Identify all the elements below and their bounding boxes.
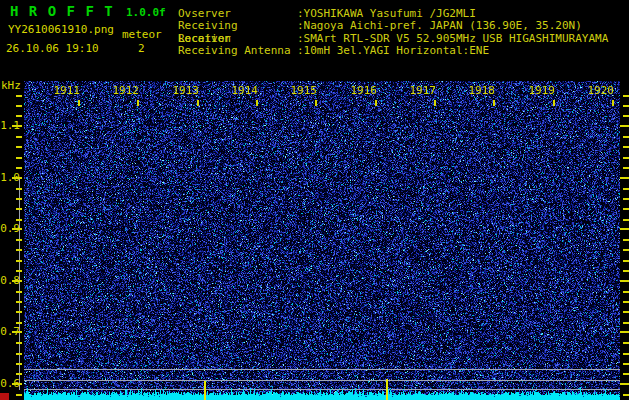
freq-minor-tick-right [623,270,629,272]
freq-minor-tick-right [623,342,629,344]
freq-minor-tick-right [623,249,629,251]
freq-tick-label: 0.9 [0,222,20,235]
time-tick [612,100,614,106]
observation-datetime: 26.10.06 19:10 [6,42,99,55]
freq-minor-tick-left [16,115,22,117]
freq-minor-tick-right [623,322,629,324]
freq-minor-tick-left [16,394,22,396]
freq-minor-tick-right [623,95,629,97]
level-marker-red-block [0,393,9,400]
freq-minor-tick-left [16,188,22,190]
time-tick [197,100,199,106]
time-tick [493,100,495,106]
freq-minor-tick-right [623,198,629,200]
time-tick [553,100,555,106]
freq-minor-tick-right [623,301,629,303]
freq-minor-tick-left [16,260,22,262]
freq-minor-tick-right [623,291,629,293]
freq-minor-tick-left [16,373,22,375]
freq-minor-tick-left [16,167,22,169]
time-tick-label: 1916 [330,84,377,97]
freq-minor-tick-right [623,311,629,313]
freq-minor-tick-right [623,353,629,355]
freq-minor-tick-right [623,260,629,262]
freq-minor-tick-left [16,353,22,355]
hrofft-window: { "header": { "app_title": "H R O F F T"… [0,0,629,400]
freq-minor-tick-right [623,219,629,221]
time-tick [315,100,317,106]
time-tick-label: 1914 [211,84,258,97]
info-label: Receiving Antenna [178,44,297,57]
time-tick [434,100,436,106]
freq-minor-tick-right [623,146,629,148]
freq-minor-tick-right [623,208,629,210]
freq-axis-unit-label: kHz [1,79,21,92]
info-label: Receiver [178,32,297,45]
info-value: :YOSHIKAWA Yasufumi /JG2MLI [297,7,476,20]
time-tick-label: 1913 [152,84,199,97]
freq-major-tick-right [620,125,629,127]
freq-minor-tick-right [623,188,629,190]
time-tick-label: 1919 [508,84,555,97]
freq-minor-tick-left [16,146,22,148]
freq-major-tick-right [620,228,629,230]
freq-minor-tick-left [16,291,22,293]
time-tick [256,100,258,106]
info-row: Ovserver:YOSHIKAWA Yasufumi /JG2MLI [178,7,476,20]
freq-minor-tick-right [623,373,629,375]
info-value: :10mH 3el.YAGI Horizontal:ENE [297,44,489,57]
freq-tick-label: 0.6 [0,377,20,390]
freq-minor-tick-left [16,322,22,324]
freq-minor-tick-left [16,239,22,241]
time-tick-label: 1911 [33,84,80,97]
freq-minor-tick-left [16,301,22,303]
freq-minor-tick-left [16,208,22,210]
freq-minor-tick-left [16,342,22,344]
observation-mode: meteor [122,28,162,41]
freq-minor-tick-right [623,105,629,107]
info-row: Receiving Antenna:10mH 3el.YAGI Horizont… [178,44,489,57]
freq-tick-label: 0.8 [0,274,20,287]
time-tick-label: 1912 [92,84,139,97]
freq-minor-tick-left [16,311,22,313]
freq-minor-tick-left [16,198,22,200]
freq-tick-label: 0.7 [0,325,20,338]
freq-tick-label: 1.0 [0,171,20,184]
freq-minor-tick-left [16,157,22,159]
app-version: 1.0.0f [126,6,166,19]
time-tick [78,100,80,106]
time-tick-label: 1918 [448,84,495,97]
freq-minor-tick-left [16,249,22,251]
freq-minor-tick-right [623,394,629,396]
freq-tick-label: 1.1 [0,119,20,132]
time-tick-label: 1920 [567,84,614,97]
freq-minor-tick-right [623,115,629,117]
info-value: :SMArt RTL-SDR V5 52.905MHz USB HIGASHIM… [297,32,608,45]
freq-minor-tick-right [623,167,629,169]
freq-minor-tick-right [623,239,629,241]
info-label: Ovserver [178,7,297,20]
freq-minor-tick-left [16,136,22,138]
freq-minor-tick-left [16,270,22,272]
freq-minor-tick-right [623,157,629,159]
app-title: H R O F F T [10,3,114,19]
spectrogram-canvas [24,81,620,400]
freq-major-tick-right [620,383,629,385]
info-row: Receiver:SMArt RTL-SDR V5 52.905MHz USB … [178,32,608,45]
freq-major-tick-right [620,177,629,179]
freq-minor-tick-left [16,95,22,97]
freq-minor-tick-right [623,136,629,138]
freq-minor-tick-right [623,363,629,365]
freq-minor-tick-left [16,363,22,365]
freq-major-tick-right [620,331,629,333]
freq-minor-tick-left [16,105,22,107]
time-tick-label: 1917 [389,84,436,97]
output-filename: YY2610061910.png [8,23,114,36]
meteor-count: 2 [138,42,145,55]
time-tick-label: 1915 [270,84,317,97]
time-tick [137,100,139,106]
time-tick [375,100,377,106]
freq-minor-tick-left [16,219,22,221]
freq-major-tick-right [620,280,629,282]
